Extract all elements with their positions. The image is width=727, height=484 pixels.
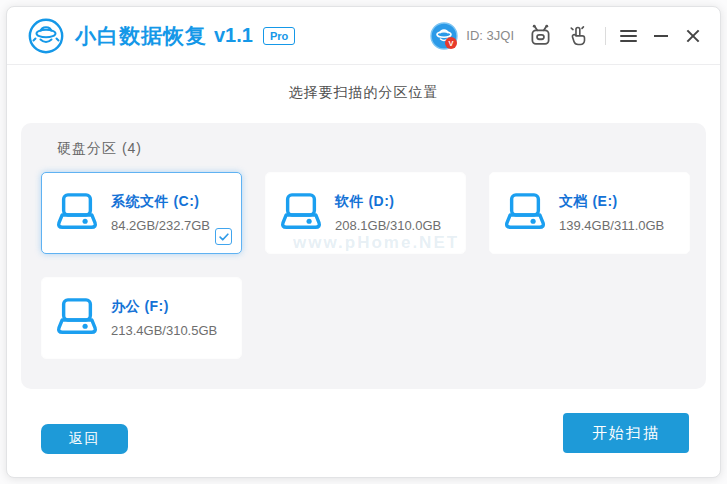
partition-name: 文档 (E:) xyxy=(559,193,664,211)
partition-card-c[interactable]: 系统文件 (C:) 84.2GB/232.7GB xyxy=(41,172,242,254)
user-avatar[interactable]: V xyxy=(430,22,458,50)
partition-card-d[interactable]: 软件 (D:) 208.1GB/310.0GB xyxy=(265,172,466,254)
touch-hand-icon[interactable] xyxy=(566,24,589,47)
partition-card-e[interactable]: 文档 (E:) 139.4GB/311.0GB xyxy=(489,172,690,254)
hard-drive-icon xyxy=(503,192,547,234)
titlebar: 小白数据恢复 v1.1 Pro V ID: 3JQI xyxy=(7,7,720,65)
back-button[interactable]: 返回 xyxy=(41,424,128,454)
avatar-robot-icon: V xyxy=(430,22,458,50)
partition-name: 办公 (F:) xyxy=(111,298,217,316)
titlebar-actions: V ID: 3JQI xyxy=(430,22,700,50)
hard-drive-icon xyxy=(279,192,323,234)
partition-size: 208.1GB/310.0GB xyxy=(335,218,441,233)
partition-size: 84.2GB/232.7GB xyxy=(111,218,210,233)
hard-drive-icon xyxy=(55,297,99,339)
pro-badge: Pro xyxy=(263,27,295,45)
app-window: 小白数据恢复 v1.1 Pro V ID: 3JQI xyxy=(6,6,721,478)
partition-checkbox[interactable] xyxy=(215,228,232,245)
partition-card-f[interactable]: 办公 (F:) 213.4GB/310.5GB xyxy=(41,277,242,359)
app-logo-icon xyxy=(27,17,65,55)
svg-text:V: V xyxy=(449,38,454,47)
close-icon[interactable] xyxy=(686,29,700,43)
minimize-icon[interactable] xyxy=(654,35,668,37)
partition-size: 139.4GB/311.0GB xyxy=(559,218,664,233)
partitions-panel: 硬盘分区 (4) 系统文件 (C:) 84.2GB/232.7GB xyxy=(21,123,706,389)
app-version: v1.1 xyxy=(214,24,253,47)
panel-title: 硬盘分区 (4) xyxy=(57,140,142,158)
partition-name: 系统文件 (C:) xyxy=(111,193,210,211)
partition-name: 软件 (D:) xyxy=(335,193,441,211)
titlebar-divider xyxy=(605,27,606,45)
menu-icon[interactable] xyxy=(620,27,637,45)
partition-size: 213.4GB/310.5GB xyxy=(111,323,217,338)
user-id-label: ID: 3JQI xyxy=(466,28,514,43)
robot-assistant-icon[interactable] xyxy=(528,23,553,48)
screen: 小白数据恢复 v1.1 Pro V ID: 3JQI xyxy=(0,0,727,484)
app-title: 小白数据恢复 xyxy=(75,22,207,50)
hard-drive-icon xyxy=(55,192,99,234)
page-title: 选择要扫描的分区位置 xyxy=(7,84,720,102)
start-scan-button[interactable]: 开始扫描 xyxy=(563,413,689,453)
